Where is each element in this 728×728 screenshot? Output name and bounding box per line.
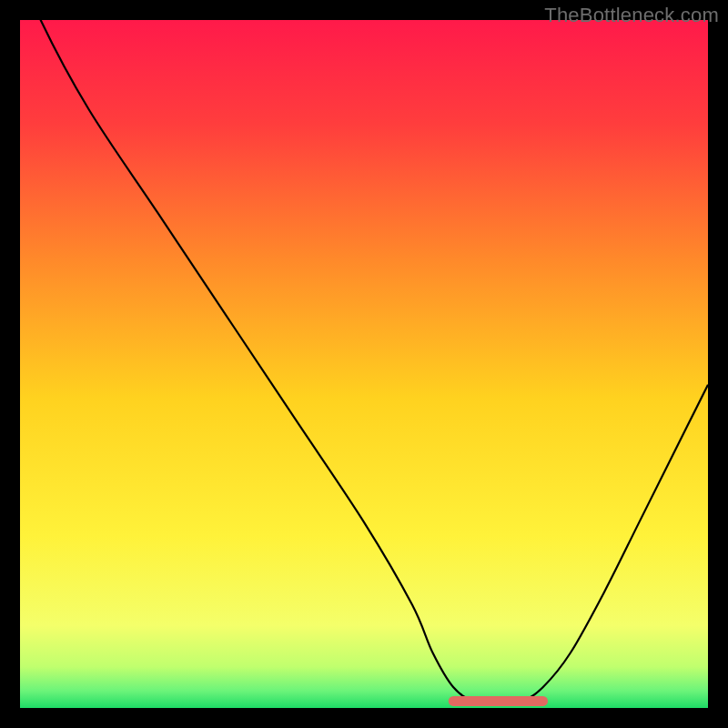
curve-layer: [20, 20, 708, 708]
watermark-text: TheBottleneck.com: [544, 4, 719, 27]
bottleneck-curve: [20, 20, 708, 703]
chart-frame: TheBottleneck.com: [0, 0, 728, 728]
plot-area: [20, 20, 708, 708]
